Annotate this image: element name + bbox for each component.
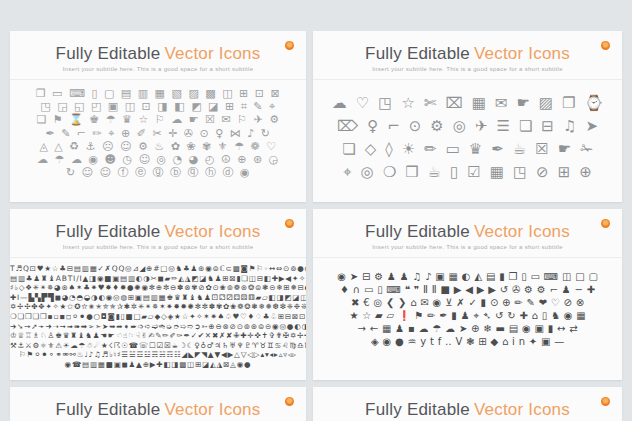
slide-title-accent: Vector Icons [164,400,260,419]
divider [313,79,622,80]
slide-title-accent: Vector Icons [164,44,260,63]
slide-thumbnail-6: Fully EditableVector Icons Insert your s… [313,387,622,421]
icon-grid: T♬Q⊡♥★☆♣⊟▤▥▦✓✗QQ◎⊿◢⊕#□◎♞♣♟⊛◉⊜ℂ⊂▩◙⚑⚐◦↔⇔⊙⊚… [10,264,306,370]
divider [313,257,622,258]
slide-preview-grid: Fully EditableVector Icons Insert your s… [0,0,632,421]
icon-row: ◳◲◱◰▣◫⊡◨◧◩◪⊞⌗✎⌖ [10,100,306,113]
slide-thumbnail-3: Fully EditableVector Icons Insert your s… [10,209,306,380]
icon-row: ♔♕♖♗♘♙♚♛♜♝♞♟☚☛☜☝☞☟✌✍✎✏✐✑✒✓✔✕✖✗✘✙✚✛✜✝✞✟✠✡… [10,331,306,341]
slide-title-main: Fully Editable [56,222,161,241]
slide-subtitle: Insert your subtitle here. This is a goo… [10,244,306,251]
icon-row: ◬△♻⚓☹☺⚙♨✿❀✾⚜☂❁♡ [10,140,306,153]
slide-subtitle: Insert your subtitle here. This is a goo… [313,66,622,73]
icon-grid: ❐▭⌨▯▢▤▥▦▧▨▩◫⊞⊡⊠◳◲◱◰▣◫⊡◨◧◩◪⊞⌗✎⌖❏⚑⌛♚☂♛☆⚐☁☛… [10,87,306,179]
icon-row: ★☆▰▱❗⚑✏✒▮♟⌖➴↺↻✚⌂▯♞◉▦ [313,309,622,322]
icon-row: ◉☎▤▥▦■▣◼♟▲⊕▶✚◧◨▩◫⊞◪◭◮⊠◬◉● [10,360,306,370]
icon-row: ⚒⚓⚔⚙⚛⚜⚠☀☁☂☃☄★☇☈☉☎☏☐☑☒☕☽☾♀♁♂♃♄♅♆♇♈♉♊♋♌♍♎♏… [10,341,306,351]
icon-row: ❍❏❐❑❒▪▫◾◽⚪⚫●○◘◙▮▯■□▰▱◆◇◈★☆✦✧✶✷♠♤♥♡♦♢♣♧⊞⊟… [10,312,306,322]
icon-row: ◉➤⊟⚙♟♟♫♪▣▦◐◭▤▮❐▯▭⌨◫□▢ [313,270,622,283]
icon-row: ➔➘➙➚➛➜➝➞➟➠➡➢➣➤➥➦➧➨➩➪➫➬➭➮➯➱➲➳⊕⊖⊗⊘⊙⊚⊛⊜⊝◉◎●… [10,322,306,332]
slide-title-main: Fully Editable [365,44,470,63]
slide-badge-icon [601,219,610,228]
icon-row: ◈◉●♒ytf‥V❃⊞◆⌂in✦▣— [313,335,622,348]
icon-row: ❏⚑⌛♚☂♛☆⚐☁☛☒✉⚐✈⚙ [10,113,306,126]
slide-title: Fully EditableVector Icons [313,400,622,419]
icon-row: ✚I—▙▚▛▜◼◕◔◓◒◑◐◉◎◍⊞▣▤▥▦♚♛♜♝♞♟⚀⚁⚂⚃⚄⚅▰▱◧◨◩◪… [10,293,306,303]
slide-title-accent: Vector Icons [164,222,260,241]
icon-row: ↻☺☺ⓕⓔⓖⓑⓠⓗⓓ◉ [10,166,306,179]
slide-title-main: Fully Editable [365,400,470,419]
icon-row: ☁♡◳☆✄⌧▦✉☛▨❐⌚ [313,92,622,115]
icon-grid: ◉➤⊟⚙♟♟♫♪▣▦◐◭▤▮❐▯▭⌨◫□▢♦∩▭▯⌨❝❞ⅡⅡ■▶◀▶▶↺✇⚙⚙⌐… [313,270,622,348]
slide-subtitle: Insert your subtitle here. This is a goo… [313,244,622,251]
slide-title-accent: Vector Icons [474,44,570,63]
slide-badge-icon [285,397,294,406]
slide-title-accent: Vector Icons [474,400,570,419]
icon-row: ♯♭◇❖✳✴✵◕⊛♠✶♣✷♥✸♦✹●✺◉✻⊕✼⊖✽⊗✾⊘✿⊙❀⊚❁⊛❂⊜❃⊝❄⊞… [10,283,306,293]
icon-row: ☁☂☁◉☻◷☺◎◔◕◴☮⊕⊛◶ [10,153,306,166]
slide-title: Fully EditableVector Icons [10,44,306,63]
icon-row: ❐▭⌨▯▢▤▥▦▧▨▩◫⊞⊡⊠ [10,87,306,100]
icon-row: ⌖◎❍❒☕▯☑▦◳⊘⊞⊕ [313,161,622,184]
slide-badge-icon [285,41,294,50]
icon-row: →←▦♟▪☁☂☁➤⊕❄▬▤◉▣▮↔⇄ [313,322,622,335]
slide-title: Fully EditableVector Icons [10,400,306,419]
slide-thumbnail-5: Fully EditableVector Icons Insert your s… [10,387,306,421]
icon-row: ✖€◎❮❯⌂✉◉⊻✗✓▮⊙⊕✏✎❤♡⊘⊗ [313,296,622,309]
divider [10,79,306,80]
slide-subtitle: Insert your subtitle here. This is a goo… [10,66,306,73]
icon-grid: ☁♡◳☆✄⌧▦✉☛▨❐⌚⌦♀⌐⊙⚙◎✈☰❏⊟♫➤❏◇◊☀✏▭♛✒☕☒☛✁⌖◎❍❒… [313,92,622,184]
slide-thumbnail-2: Fully EditableVector Icons Insert your s… [313,31,622,202]
slide-title-accent: Vector Icons [474,222,570,241]
slide-thumbnail-4: Fully EditableVector Icons Insert your s… [313,209,622,380]
slide-title: Fully EditableVector Icons [10,222,306,241]
icon-row: ✒✎⌐✏⌖⊕✐✂✛✇⊙♀⋈♪↻ [10,127,306,140]
slide-title-main: Fully Editable [56,44,161,63]
slide-title-main: Fully Editable [365,222,470,241]
icon-row: T♬Q⊡♥★☆♣⊟▤▥▦✓✗QQ◎⊿◢⊕#□◎♞♣♟⊛◉⊜ℂ⊂▩◙⚑⚐◦↔⇔⊙⊚… [10,264,306,274]
slide-title: Fully EditableVector Icons [313,44,622,63]
slide-title: Fully EditableVector Icons [313,222,622,241]
slide-badge-icon [601,397,610,406]
icon-row: ❏◇◊☀✏▭♛✒☕☒☛✁ [313,138,622,161]
slide-badge-icon [285,219,294,228]
divider [10,257,306,258]
icon-row: ▤▥♣♟♜♝ABTI/I▲◨◉■▣▤▥◐◑✂◼▰✏◭◮◩◪♞♟⊞⊠▮❏◫⊟◧✚▶… [10,274,306,284]
slide-title-main: Fully Editable [56,400,161,419]
icon-row: ✡✢✣✤✥✦✧★✩✪✫✬✭✮✯✰✱✲✳✴✵✶✷✸✹✺✻✼✽✾✿❀❁❂❃❄❅❆❇❈… [10,302,306,312]
slide-badge-icon [601,41,610,50]
icon-row: ♦∩▭▯⌨❝❞ⅡⅡ■▶◀▶▶↺✇⚙⚙⌐♟−✚ [313,283,622,296]
slide-thumbnail-1: Fully EditableVector Icons Insert your s… [10,31,306,202]
icon-row: ⌦♀⌐⊙⚙◎✈☰❏⊟♫➤ [313,115,622,138]
icon-row: ⚐⚑⚪⚫⚬⚭⚮⚯♨♩♪♫♬♭♮♯☰☱☲☳☴☵☶☷◢◣◤◥▲▼◀▶△▽◁▷▴▾◂▸… [10,350,306,360]
